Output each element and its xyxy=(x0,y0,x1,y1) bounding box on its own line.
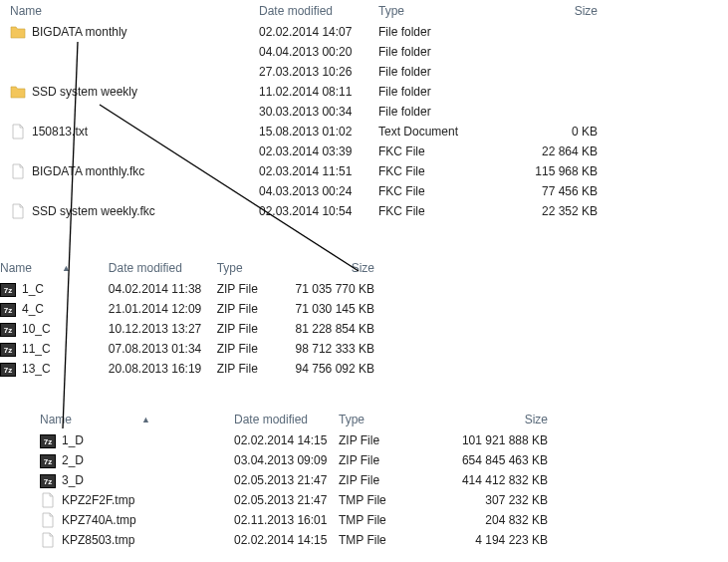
file-size: 4 194 223 KB xyxy=(475,533,548,547)
file-name: 11_C xyxy=(22,342,51,356)
folder-icon xyxy=(10,24,26,40)
file-date: 02.11.2013 16:01 xyxy=(234,513,327,527)
list-item[interactable]: 02.03.2014 03:39FKC File22 864 KB xyxy=(0,141,728,161)
file-date: 10.12.2013 13:27 xyxy=(109,322,201,336)
file-size: 204 832 KB xyxy=(485,513,548,527)
file-date: 20.08.2013 16:19 xyxy=(109,362,201,376)
file-type: FKC File xyxy=(378,184,425,198)
file-icon xyxy=(40,512,56,528)
file-name: BIGDATA monthly xyxy=(32,25,127,39)
list-item[interactable]: KPZ2F2F.tmp02.05.2013 21:47TMP File307 2… xyxy=(0,490,617,510)
file-size: 115 968 KB xyxy=(535,164,598,178)
list-item[interactable]: SSD system weekly.fkc02.03.2014 10:54FKC… xyxy=(0,201,728,221)
file-size: 98 712 333 KB xyxy=(296,342,374,356)
file-type: ZIP File xyxy=(217,322,258,336)
file-size: 414 412 832 KB xyxy=(462,473,548,487)
list-item[interactable]: 7z3_D02.05.2013 21:47ZIP File414 412 832… xyxy=(0,470,617,490)
file-type: File folder xyxy=(378,25,431,39)
col-header-size-label: Size xyxy=(575,4,598,18)
file-name: BIGDATA monthly.fkc xyxy=(32,164,144,178)
col-header-size[interactable]: Size xyxy=(286,261,374,275)
file-size: 71 030 145 KB xyxy=(296,302,374,316)
file-name: SSD system weekly.fkc xyxy=(32,204,155,218)
file-icon xyxy=(40,492,56,508)
list-item[interactable]: BIGDATA monthly.fkc02.03.2014 11:51FKC F… xyxy=(0,161,728,181)
col-header-size[interactable]: Size xyxy=(438,413,548,426)
col-header-name-label: Name xyxy=(10,4,42,18)
col-header-type[interactable]: Type xyxy=(378,4,498,18)
list-item[interactable]: 7z4_C21.01.2014 12:09ZIP File71 030 145 … xyxy=(0,299,374,319)
zip-icon: 7z xyxy=(0,343,16,357)
list-item[interactable]: 30.03.2013 00:34File folder xyxy=(0,102,728,122)
sort-asc-icon: ▲ xyxy=(62,263,71,273)
file-date: 02.05.2013 21:47 xyxy=(234,473,327,487)
file-date: 04.02.2014 11:38 xyxy=(109,282,201,296)
list-item[interactable]: SSD system weekly11.02.2014 08:11File fo… xyxy=(0,82,728,102)
file-type: ZIP File xyxy=(339,433,379,447)
zip-icon: 7z xyxy=(40,434,56,448)
sort-asc-icon: ▲ xyxy=(141,415,150,424)
list-item[interactable]: 7z1_C04.02.2014 11:38ZIP File71 035 770 … xyxy=(0,279,374,299)
col-header-size[interactable]: Size xyxy=(498,4,598,18)
col-header-date[interactable]: Date modified xyxy=(259,4,378,18)
list-item[interactable]: BIGDATA monthly02.02.2014 14:07File fold… xyxy=(0,22,728,42)
zip-icon: 7z xyxy=(40,454,56,468)
list-item[interactable]: KPZ740A.tmp02.11.2013 16:01TMP File204 8… xyxy=(0,510,617,530)
file-type: File folder xyxy=(378,105,431,119)
col-header-type[interactable]: Type xyxy=(339,413,438,426)
file-size: 22 352 KB xyxy=(542,204,598,218)
header-row[interactable]: Name Date modified Type Size xyxy=(0,0,728,22)
file-name: KPZ8503.tmp xyxy=(62,533,134,547)
col-header-name[interactable]: Name▲ xyxy=(0,413,234,426)
file-size: 101 921 888 KB xyxy=(462,433,548,447)
header-row[interactable]: Name▲ Date modified Type Size xyxy=(0,257,374,279)
list-item[interactable]: 04.03.2013 00:24FKC File77 456 KB xyxy=(0,181,728,201)
zip-icon: 7z xyxy=(0,323,16,337)
file-date: 03.04.2013 09:09 xyxy=(234,453,327,467)
zip-icon: 7z xyxy=(0,303,16,317)
file-date: 02.03.2014 03:39 xyxy=(259,144,352,158)
file-type: File folder xyxy=(378,45,431,59)
list-item[interactable]: 150813.txt15.08.2013 01:02Text Document0… xyxy=(0,122,728,141)
folder-icon xyxy=(10,84,26,100)
file-type: Text Document xyxy=(378,125,458,139)
file-name: 3_D xyxy=(62,473,84,487)
list-item[interactable]: 27.03.2013 10:26File folder xyxy=(0,62,728,82)
col-header-name[interactable]: Name xyxy=(0,4,259,18)
file-type: TMP File xyxy=(339,533,386,547)
file-icon xyxy=(10,124,26,140)
col-header-date[interactable]: Date modified xyxy=(234,413,339,426)
col-header-type-label: Type xyxy=(378,4,404,18)
col-header-name-label: Name xyxy=(40,413,72,426)
col-header-size-label: Size xyxy=(352,261,374,275)
file-name: 1_D xyxy=(62,433,84,447)
file-date: 04.04.2013 00:20 xyxy=(259,45,352,59)
list-item[interactable]: 7z2_D03.04.2013 09:09ZIP File654 845 463… xyxy=(0,450,617,470)
file-type: TMP File xyxy=(339,513,386,527)
file-name: 2_D xyxy=(62,453,84,467)
list-item[interactable]: 04.04.2013 00:20File folder xyxy=(0,42,728,62)
file-size: 22 864 KB xyxy=(542,144,598,158)
file-name: 150813.txt xyxy=(32,125,88,139)
blank-icon xyxy=(10,44,26,60)
zip-icon: 7z xyxy=(40,474,56,488)
file-name: 10_C xyxy=(22,322,51,336)
header-row[interactable]: Name▲ Date modified Type Size xyxy=(0,409,617,430)
file-size: 71 035 770 KB xyxy=(296,282,374,296)
file-type: File folder xyxy=(378,65,431,79)
col-header-type[interactable]: Type xyxy=(217,261,286,275)
col-header-date-label: Date modified xyxy=(109,261,182,275)
list-item[interactable]: 7z13_C20.08.2013 16:19ZIP File94 756 092… xyxy=(0,359,374,379)
file-type: TMP File xyxy=(339,493,386,507)
file-date: 11.02.2014 08:11 xyxy=(259,85,352,99)
list-item[interactable]: 7z11_C07.08.2013 01:34ZIP File98 712 333… xyxy=(0,339,374,359)
col-header-size-label: Size xyxy=(525,413,548,426)
col-header-name[interactable]: Name▲ xyxy=(0,261,109,275)
list-item[interactable]: 7z10_C10.12.2013 13:27ZIP File81 228 854… xyxy=(0,319,374,339)
file-date: 04.03.2013 00:24 xyxy=(259,184,352,198)
file-type: FKC File xyxy=(378,144,425,158)
list-item[interactable]: KPZ8503.tmp02.02.2014 14:15TMP File4 194… xyxy=(0,530,617,550)
list-item[interactable]: 7z1_D02.02.2014 14:15ZIP File101 921 888… xyxy=(0,430,617,450)
col-header-name-label: Name xyxy=(0,261,32,275)
col-header-date[interactable]: Date modified xyxy=(109,261,217,275)
